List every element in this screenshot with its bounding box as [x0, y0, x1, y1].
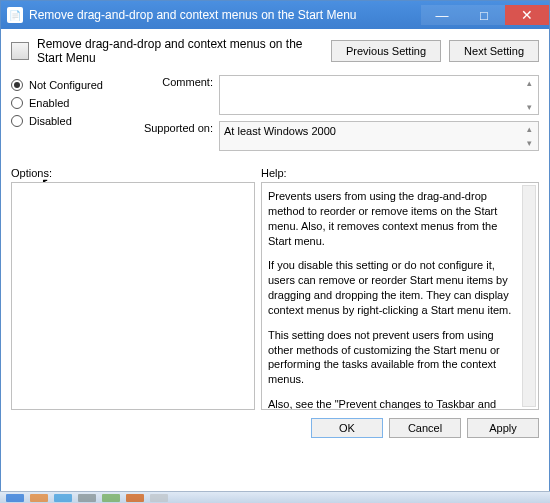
apply-button[interactable]: Apply: [467, 418, 539, 438]
supported-label: Supported on:: [141, 121, 213, 151]
help-text: If you disable this setting or do not co…: [268, 258, 520, 317]
scroll-arrows-icon[interactable]: ▴▾: [522, 124, 536, 148]
taskbar-item[interactable]: [54, 494, 72, 502]
close-button[interactable]: ✕: [505, 5, 549, 25]
policy-header: Remove drag-and-drop and context menus o…: [11, 37, 539, 65]
help-label: Help:: [261, 167, 287, 179]
radio-circle-icon: [11, 115, 23, 127]
supported-value: At least Windows 2000: [224, 125, 336, 137]
app-icon: 📄: [7, 7, 23, 23]
help-text: Prevents users from using the drag-and-d…: [268, 189, 520, 248]
radio-label: Not Configured: [29, 79, 103, 91]
help-pane: Prevents users from using the drag-and-d…: [261, 182, 539, 410]
comment-label: Comment:: [141, 75, 213, 115]
radio-label: Disabled: [29, 115, 72, 127]
minimize-button[interactable]: —: [421, 5, 463, 25]
policy-icon: [11, 42, 29, 60]
policy-label: Remove drag-and-drop and context menus o…: [37, 37, 323, 65]
state-radios: Not Configured ↖ Enabled Disabled: [11, 75, 131, 157]
help-text: Also, see the "Prevent changes to Taskba…: [268, 397, 520, 410]
taskbar-item[interactable]: [78, 494, 96, 502]
next-setting-button[interactable]: Next Setting: [449, 40, 539, 62]
taskbar-item[interactable]: [6, 494, 24, 502]
previous-setting-button[interactable]: Previous Setting: [331, 40, 441, 62]
scrollbar[interactable]: [522, 185, 536, 407]
radio-circle-icon: [11, 79, 23, 91]
options-label: Options:: [11, 167, 261, 179]
radio-not-configured[interactable]: Not Configured: [11, 79, 131, 91]
window-title: Remove drag-and-drop and context menus o…: [29, 8, 421, 22]
radio-circle-icon: [11, 97, 23, 109]
radio-disabled[interactable]: Disabled: [11, 115, 131, 127]
titlebar: 📄 Remove drag-and-drop and context menus…: [1, 1, 549, 29]
taskbar-item[interactable]: [126, 494, 144, 502]
radio-enabled[interactable]: Enabled: [11, 97, 131, 109]
supported-on-box: At least Windows 2000 ▴▾: [219, 121, 539, 151]
cancel-button[interactable]: Cancel: [389, 418, 461, 438]
radio-label: Enabled: [29, 97, 69, 109]
options-pane: [11, 182, 255, 410]
help-text: This setting does not prevent users from…: [268, 328, 520, 387]
ok-button[interactable]: OK: [311, 418, 383, 438]
comment-input[interactable]: ▴▾: [219, 75, 539, 115]
taskbar-item[interactable]: [102, 494, 120, 502]
dialog-footer: OK Cancel Apply: [1, 410, 549, 446]
taskbar-item[interactable]: [150, 494, 168, 502]
maximize-button[interactable]: □: [463, 5, 505, 25]
taskbar-item[interactable]: [30, 494, 48, 502]
scroll-arrows-icon[interactable]: ▴▾: [522, 78, 536, 112]
taskbar[interactable]: [0, 491, 550, 503]
